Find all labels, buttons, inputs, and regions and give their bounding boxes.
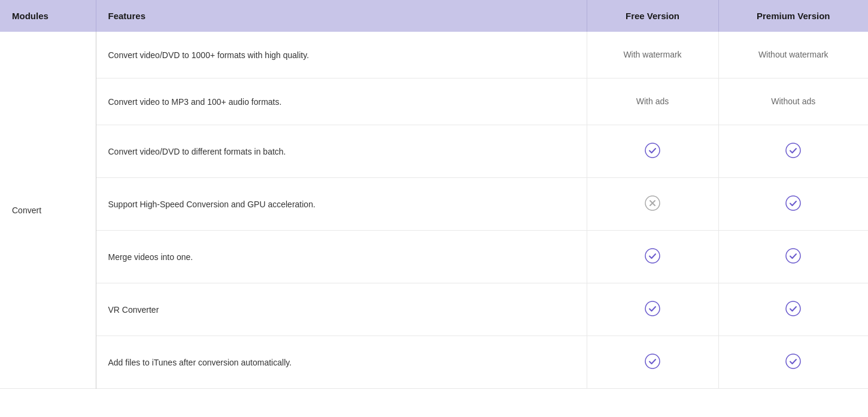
svg-point-1 [786,143,800,158]
premium-version-cell [718,178,868,231]
free-text-value: With ads [636,96,669,106]
svg-point-4 [645,249,660,263]
check-yes-icon [785,300,802,317]
check-yes-icon [785,142,802,159]
table-body: ConvertConvert video/DVD to 1000+ format… [0,32,868,389]
free-version-cell: With ads [587,78,718,125]
premium-version-cell [718,231,868,283]
svg-point-5 [786,249,800,263]
module-cell: Convert [0,32,96,389]
svg-point-6 [645,301,660,316]
feature-cell: Convert video/DVD to 1000+ formats with … [96,32,587,78]
table-row: Merge videos into one. [0,231,868,283]
check-yes-icon [644,142,661,159]
feature-cell: VR Converter [96,283,587,336]
premium-version-cell [718,283,868,336]
premium-version-cell: Without ads [718,78,868,125]
feature-cell: Merge videos into one. [96,231,587,283]
feature-cell: Convert video/DVD to different formats i… [96,125,587,178]
premium-text-value: Without ads [771,96,815,106]
free-version-cell [587,283,718,336]
free-version-cell [587,125,718,178]
table-row: Convert video to MP3 and 100+ audio form… [0,78,868,125]
svg-point-9 [786,354,800,368]
check-no-icon [644,195,661,211]
premium-version-cell: Without watermark [718,32,868,78]
feature-cell: Add files to iTunes after conversion aut… [96,336,587,389]
table-row: Convert video/DVD to different formats i… [0,125,868,178]
check-yes-icon [644,247,661,264]
header-free: Free Version [587,0,718,32]
check-yes-icon [785,247,802,264]
free-text-value: With watermark [623,50,681,59]
feature-cell: Support High-Speed Conversion and GPU ac… [96,178,587,231]
header-modules: Modules [0,0,96,32]
header-premium: Premium Version [718,0,868,32]
feature-cell: Convert video to MP3 and 100+ audio form… [96,78,587,125]
table-row: VR Converter [0,283,868,336]
svg-point-3 [786,196,800,210]
table-header: Modules Features Free Version Premium Ve… [0,0,868,32]
svg-point-8 [645,354,660,368]
svg-point-7 [786,301,800,316]
free-version-cell [587,231,718,283]
free-version-cell: With watermark [587,32,718,78]
check-yes-icon [785,353,802,370]
comparison-table: Modules Features Free Version Premium Ve… [0,0,868,389]
check-yes-icon [644,300,661,317]
premium-version-cell [718,336,868,389]
check-yes-icon [785,195,802,211]
premium-version-cell [718,125,868,178]
table-row: ConvertConvert video/DVD to 1000+ format… [0,32,868,78]
svg-point-0 [645,143,660,158]
free-version-cell [587,336,718,389]
premium-text-value: Without watermark [758,50,828,59]
header-features: Features [96,0,587,32]
table-row: Add files to iTunes after conversion aut… [0,336,868,389]
check-yes-icon [644,353,661,370]
free-version-cell [587,178,718,231]
table-row: Support High-Speed Conversion and GPU ac… [0,178,868,231]
